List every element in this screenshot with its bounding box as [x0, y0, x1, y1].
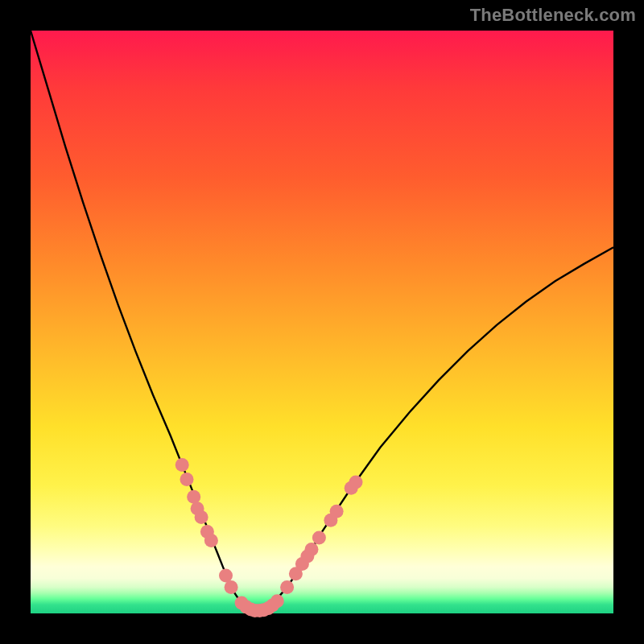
marker-dot	[219, 568, 233, 582]
chart-frame: TheBottleneck.com	[0, 0, 644, 644]
marker-dot	[280, 580, 294, 594]
marker-dot	[312, 530, 326, 544]
bottleneck-curve	[31, 31, 613, 610]
marker-dot	[270, 594, 284, 608]
watermark-text: TheBottleneck.com	[470, 5, 636, 26]
curve-layer	[31, 31, 613, 613]
marker-dot	[195, 510, 208, 524]
marker-dots	[175, 458, 363, 617]
marker-dot	[225, 580, 238, 594]
marker-dot	[204, 534, 218, 547]
plot-area	[31, 31, 613, 613]
marker-dot	[305, 543, 319, 556]
marker-dot	[187, 490, 200, 504]
marker-dot	[175, 458, 189, 472]
marker-dot	[180, 473, 194, 486]
marker-dot	[349, 476, 363, 489]
marker-dot	[330, 505, 344, 518]
